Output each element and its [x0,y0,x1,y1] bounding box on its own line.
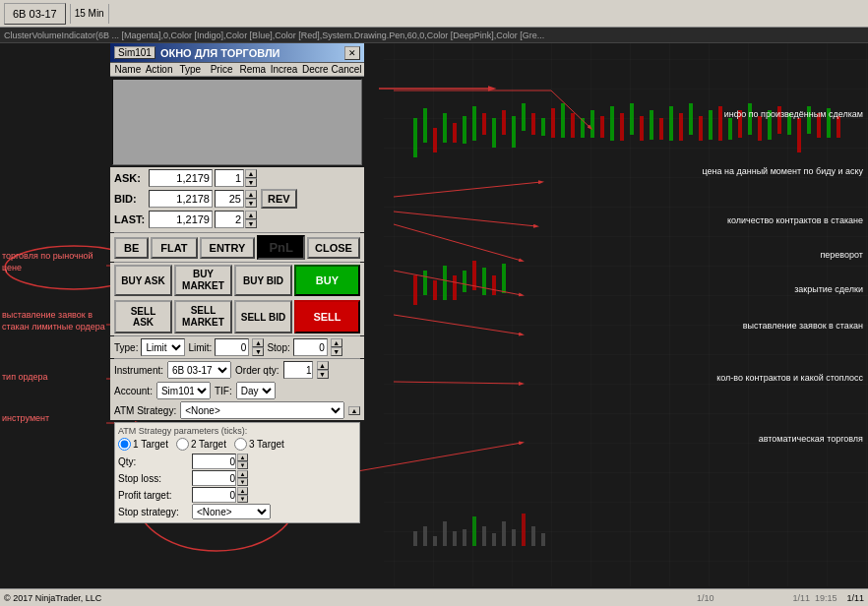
svg-rect-8 [482,113,486,135]
last-down[interactable]: ▼ [245,219,257,228]
bid-spinner[interactable]: ▲ ▼ [245,190,257,208]
svg-rect-47 [433,280,437,300]
ask-qty-input[interactable] [215,169,244,187]
ask-label: ASK: [114,172,149,184]
buy-market-button[interactable]: BUYMARKET [174,265,232,296]
profit-up[interactable]: ▲ [237,487,248,495]
target-2-radio[interactable] [176,438,189,451]
bid-price-input[interactable] [149,190,213,208]
limit-up-btn[interactable]: ▲ [252,338,264,347]
window-close-btn[interactable]: ✕ [344,46,360,60]
stop-strategy-row: Stop strategy: <None> [118,504,356,519]
instrument-label: Instrument: [114,365,163,376]
buy-button[interactable]: BUY [294,265,360,296]
last-spinner[interactable]: ▲ ▼ [245,211,257,228]
stop-loss-down[interactable]: ▼ [237,478,248,486]
qty-down-btn[interactable]: ▼ [237,461,248,469]
stop-loss-up[interactable]: ▲ [237,470,248,478]
stop-loss-input[interactable] [192,470,236,486]
symbol-btn[interactable]: 6B 03-17 [4,3,66,25]
profit-target-label: Profit target: [118,490,192,501]
svg-rect-26 [659,118,663,140]
svg-rect-14 [541,118,545,136]
sell-market-button[interactable]: SELLMARKET [174,300,232,333]
ask-spinner[interactable]: ▲ ▼ [245,169,257,187]
svg-rect-50 [463,271,466,292]
indicator-bar: ClusterVolumeIndicator(6B ... [Magenta],… [0,28,868,43]
profit-target-input[interactable] [192,487,236,503]
sell-ask-button[interactable]: SELL ASK [114,300,172,333]
order-qty-down[interactable]: ▼ [317,370,329,379]
tif-select[interactable]: Day [236,382,276,399]
limit-down-btn[interactable]: ▼ [252,347,264,356]
ask-up[interactable]: ▲ [245,169,257,178]
svg-rect-2 [423,108,427,143]
tif-label: TIF: [215,386,232,396]
atm-params-header: ATM Strategy parameters (ticks): [118,426,356,436]
order-qty-up[interactable]: ▲ [317,361,329,370]
svg-rect-6 [463,116,466,144]
profit-down[interactable]: ▼ [237,495,248,503]
sell-bid-button[interactable]: SELL BID [234,300,292,333]
instrument-select[interactable]: 6B 03-17 [167,361,231,379]
svg-rect-28 [679,113,683,141]
svg-rect-17 [571,113,575,138]
date-1: 1/10 [697,593,714,603]
limit-input[interactable] [215,338,249,356]
qty-param-input[interactable] [192,454,236,469]
stop-up-btn[interactable]: ▲ [331,338,342,347]
svg-rect-33 [728,118,732,140]
atm-select[interactable]: <None> [180,401,344,419]
close-button[interactable]: CLOSE [307,237,360,259]
rev-button[interactable]: REV [261,189,297,209]
svg-rect-22 [620,113,624,141]
svg-rect-45 [413,275,417,305]
svg-rect-62 [482,526,486,546]
target-radios: 1 Target 2 Target 3 Target [118,438,356,451]
svg-rect-5 [453,123,457,143]
action-row: BE FLAT ENTRY PnL CLOSE [110,233,364,262]
trading-window: Sim101 ОКНО ДЛЯ ТОРГОВЛИ ✕ Name Action T… [110,43,364,525]
svg-rect-58 [443,521,447,546]
bid-qty-input[interactable] [215,190,244,208]
col-rema: Rema [237,64,269,75]
svg-rect-19 [590,110,594,138]
qty-param-label: Qty: [118,456,192,467]
chart-time: 19:15 [815,593,837,603]
window-title: ОКНО ДЛЯ ТОРГОВЛИ [160,47,344,59]
account-select[interactable]: Sim101 [156,382,211,399]
pnl-display: PnL [257,235,305,260]
ask-price-input[interactable] [149,169,213,187]
bid-up[interactable]: ▲ [245,190,257,199]
target-3-radio[interactable] [234,438,247,451]
last-price-input[interactable] [149,211,213,228]
ask-down[interactable]: ▼ [245,178,257,187]
type-select[interactable]: Limit [141,338,185,356]
last-qty-input[interactable] [215,211,244,228]
svg-rect-1 [413,118,417,157]
buy-bid-button[interactable]: BUY BID [234,265,292,296]
stop-strategy-select[interactable]: <None> [192,504,271,519]
bid-label: BID: [114,193,149,205]
stop-input[interactable] [293,338,328,356]
annotation-orders: выставление заявок в стакан [743,320,863,333]
flat-button[interactable]: FLAT [151,237,197,259]
order-qty-input[interactable] [283,361,313,379]
bid-down[interactable]: ▼ [245,199,257,208]
buy-row: BUY ASK BUYMARKET BUY BID BUY [110,263,364,298]
sell-button[interactable]: SELL [294,300,360,333]
svg-rect-46 [423,271,427,295]
stop-loss-label: Stop loss: [118,473,192,484]
entry-button[interactable]: ENTRY [200,237,256,259]
qty-up-btn[interactable]: ▲ [237,454,248,461]
atm-up-btn[interactable]: ▲ [348,406,360,415]
last-up[interactable]: ▲ [245,211,257,219]
buy-ask-button[interactable]: BUY ASK [114,265,172,296]
svg-rect-24 [640,116,644,141]
info-area [112,79,362,165]
atm-params-box: ATM Strategy parameters (ticks): 1 Targe… [114,422,360,523]
stop-down-btn[interactable]: ▼ [331,347,342,356]
target-1-radio[interactable] [118,438,131,451]
be-button[interactable]: BE [114,237,149,259]
svg-rect-52 [482,268,486,295]
